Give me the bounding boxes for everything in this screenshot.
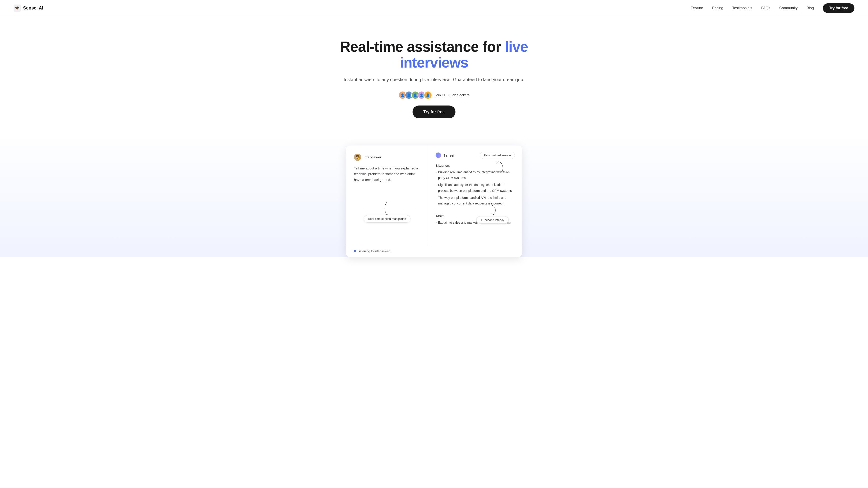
hero-section: Real-time assistance for live interviews… — [332, 16, 536, 132]
nav-pricing[interactable]: Pricing — [712, 6, 723, 10]
social-proof: 👤 👤 👤 👤 👤 Join 11K+ Job Seekers — [337, 91, 531, 99]
nav-faqs[interactable]: FAQs — [761, 6, 770, 10]
navbar: 🎓 Sensei AI Feature Pricing Testimonials… — [0, 0, 868, 16]
hero-subtitle: Instant answers to any question during l… — [337, 76, 531, 83]
situation-bullet-2: - Significant latency for the data synch… — [436, 182, 515, 193]
logo[interactable]: 🎓 Sensei AI — [13, 4, 43, 12]
demo-section: 🧑 Interviewer Tell me about a time when … — [0, 132, 868, 257]
social-proof-text: Join 11K+ Job Seekers — [435, 93, 470, 97]
logo-icon: 🎓 — [13, 4, 21, 12]
latency-annotation: <1 second latency — [476, 205, 508, 224]
interviewer-header: 🧑 Interviewer — [354, 154, 420, 161]
nav-links: Feature Pricing Testimonials FAQs Commun… — [690, 3, 855, 13]
latency-badge: <1 second latency — [476, 216, 508, 224]
hero-cta-button[interactable]: Try for free — [412, 105, 456, 119]
interview-question: Tell me about a time when you explained … — [354, 165, 420, 183]
curved-arrow-up-icon — [495, 161, 504, 173]
interviewer-avatar: 🧑 — [354, 154, 361, 161]
demo-container: 🧑 Interviewer Tell me about a time when … — [346, 145, 522, 257]
interviewer-panel: 🧑 Interviewer Tell me about a time when … — [346, 145, 428, 245]
avatars-group: 👤 👤 👤 👤 👤 — [399, 91, 432, 99]
curved-arrow-down-icon — [383, 201, 391, 215]
nav-feature[interactable]: Feature — [690, 6, 703, 10]
nav-testimonials[interactable]: Testimonials — [732, 6, 752, 10]
avatar-5: 👤 — [424, 91, 432, 99]
speech-recognition-badge: Real-time speech recognition — [364, 215, 410, 223]
nav-community[interactable]: Community — [779, 6, 798, 10]
hero-title: Real-time assistance for live interviews — [337, 39, 531, 71]
interviewer-name: Interviewer — [364, 155, 381, 159]
sensei-name-row: Sensei — [436, 153, 454, 158]
brand-name: Sensei AI — [23, 5, 43, 11]
situation-bullet-3: - The way our platform handled API rate … — [436, 195, 515, 206]
personalized-badge: Personalized answer — [480, 152, 515, 159]
sensei-panel: Sensei Personalized answer Situation: - — [428, 145, 522, 245]
speech-annotation: Real-time speech recognition — [364, 201, 410, 223]
sensei-header: Sensei Personalized answer — [436, 152, 515, 159]
sensei-name: Sensei — [443, 153, 454, 157]
listening-indicator-dot — [354, 250, 356, 252]
nav-blog[interactable]: Blog — [807, 6, 814, 10]
hero-title-static: Real-time assistance for — [340, 39, 505, 55]
demo-layout: 🧑 Interviewer Tell me about a time when … — [346, 145, 522, 245]
curved-arrow-latency-icon — [488, 205, 496, 215]
demo-footer: listening to interviewer... — [346, 245, 522, 257]
nav-cta-button[interactable]: Try for free — [823, 3, 855, 13]
listening-text: listening to interviewer... — [359, 250, 392, 253]
personalized-annotation — [495, 161, 504, 173]
sensei-avatar-dot — [436, 153, 441, 158]
